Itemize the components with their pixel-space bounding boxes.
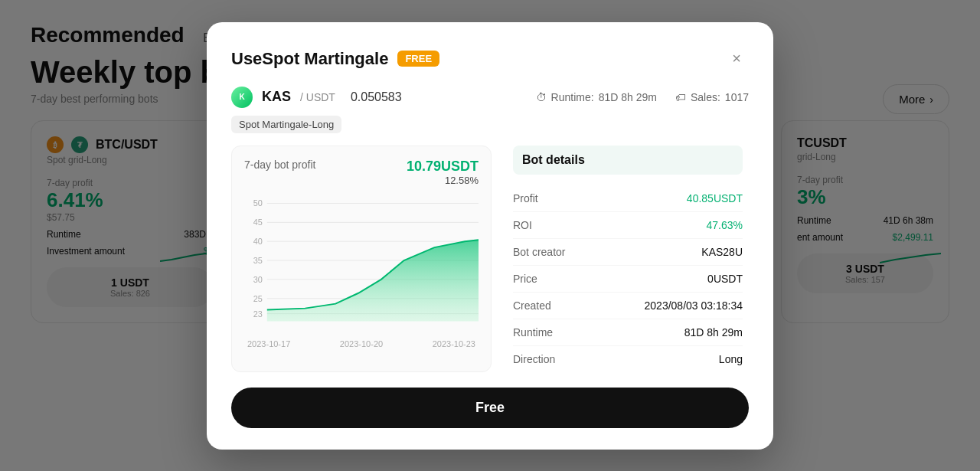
detail-val-2: KAS28U xyxy=(701,246,743,258)
detail-row-2: Bot creatorKAS28U xyxy=(513,239,743,266)
modal-header: UseSpot Martingale FREE × xyxy=(231,47,749,71)
chart-label: 7-day bot profit xyxy=(244,159,315,171)
sales-label: Sales: xyxy=(691,91,720,103)
detail-key-2: Bot creator xyxy=(513,246,565,258)
spot-badge: Spot Martingale-Long xyxy=(231,116,341,133)
details-title: Bot details xyxy=(513,146,743,175)
chart-header: 7-day bot profit 10.79USDT 12.58% xyxy=(244,159,479,186)
chart-panel: 7-day bot profit 10.79USDT 12.58% 50 45 xyxy=(231,146,492,372)
detail-row-0: Profit40.85USDT xyxy=(513,185,743,212)
svg-text:35: 35 xyxy=(253,256,263,265)
modal-title: UseSpot Martingale xyxy=(231,49,388,69)
clock-icon: ⏱ xyxy=(536,91,547,103)
chart-x-label-2: 2023-10-20 xyxy=(340,339,383,348)
detail-row-6: DirectionLong xyxy=(513,346,743,372)
detail-row-3: Price0USDT xyxy=(513,266,743,293)
kas-name: KAS xyxy=(262,89,291,105)
detail-key-6: Direction xyxy=(513,353,555,365)
kas-price: 0.050583 xyxy=(351,90,402,104)
detail-val-0: 40.85USDT xyxy=(687,192,743,204)
modal-body: 7-day bot profit 10.79USDT 12.58% 50 45 xyxy=(231,146,749,372)
detail-row-5: Runtime81D 8h 29m xyxy=(513,319,743,346)
chart-profit-pct: 12.58% xyxy=(407,175,479,186)
sales-value: 1017 xyxy=(725,91,749,103)
svg-text:30: 30 xyxy=(253,274,263,283)
close-button[interactable]: × xyxy=(724,47,749,71)
detail-key-1: ROI xyxy=(513,219,532,231)
modal-title-group: UseSpot Martingale FREE xyxy=(231,49,439,69)
chart-xaxis: 2023-10-17 2023-10-20 2023-10-23 xyxy=(244,339,479,348)
detail-key-3: Price xyxy=(513,273,537,285)
tag-icon: 🏷 xyxy=(675,91,686,103)
kas-pair: / USDT xyxy=(300,91,335,103)
runtime-meta: ⏱ Runtime: 81D 8h 29m xyxy=(536,91,657,103)
detail-key-5: Runtime xyxy=(513,326,553,339)
detail-row-1: ROI47.63% xyxy=(513,212,743,239)
detail-val-4: 2023/08/03 03:18:34 xyxy=(645,299,743,312)
detail-key-4: Created xyxy=(513,299,551,312)
chart-x-label-3: 2023-10-23 xyxy=(433,339,475,348)
kas-meta: ⏱ Runtime: 81D 8h 29m 🏷 Sales: 1017 xyxy=(536,91,749,103)
free-badge: FREE xyxy=(397,51,439,67)
runtime-value: 81D 8h 29m xyxy=(599,91,657,103)
kas-row: K KAS / USDT 0.050583 ⏱ Runtime: 81D 8h … xyxy=(231,87,749,108)
svg-text:45: 45 xyxy=(253,218,263,227)
chart-profit: 10.79USDT 12.58% xyxy=(407,159,479,186)
detail-row-4: Created2023/08/03 03:18:34 xyxy=(513,293,743,319)
detail-key-0: Profit xyxy=(513,192,538,204)
modal: UseSpot Martingale FREE × K KAS / USDT 0… xyxy=(207,22,773,450)
detail-rows: Profit40.85USDTROI47.63%Bot creatorKAS28… xyxy=(513,185,743,372)
details-panel: Bot details Profit40.85USDTROI47.63%Bot … xyxy=(507,146,749,372)
svg-text:25: 25 xyxy=(253,293,263,303)
chart-profit-val: 10.79USDT xyxy=(407,159,479,175)
svg-text:50: 50 xyxy=(253,198,263,208)
detail-val-5: 81D 8h 29m xyxy=(684,326,743,339)
kas-coin-icon: K xyxy=(231,87,253,108)
svg-text:23: 23 xyxy=(253,309,263,318)
chart-x-label-1: 2023-10-17 xyxy=(247,339,290,348)
detail-val-3: 0USDT xyxy=(707,273,743,285)
chart-svg: 50 45 40 35 30 25 23 xyxy=(244,195,479,333)
sales-meta: 🏷 Sales: 1017 xyxy=(675,91,749,103)
detail-val-1: 47.63% xyxy=(707,219,743,231)
free-button[interactable]: Free xyxy=(231,388,749,428)
runtime-label: Runtime: xyxy=(551,91,594,103)
svg-text:40: 40 xyxy=(253,237,263,246)
detail-val-6: Long xyxy=(719,353,743,365)
